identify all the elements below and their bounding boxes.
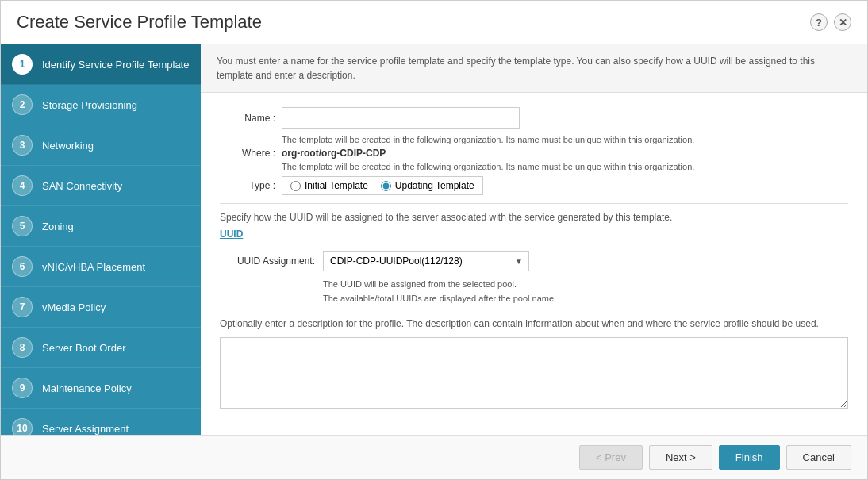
dialog-body: 1 Identify Service Profile Template 2 St…	[1, 44, 867, 435]
dialog-footer: < Prev Next > Finish Cancel	[1, 435, 867, 479]
template-type-group: Initial Template Updating Template	[282, 176, 483, 195]
form-area: Name : The template will be created in t…	[201, 93, 867, 435]
updating-template-radio[interactable]	[381, 181, 391, 191]
step-label-3: Networking	[42, 140, 94, 152]
initial-template-label: Initial Template	[305, 180, 368, 191]
dialog-header: Create Service Profile Template ? ✕	[1, 1, 867, 44]
sidebar-item-9[interactable]: 9 Maintenance Policy	[1, 368, 201, 409]
uuid-assign-label: UUID Assignment:	[220, 255, 315, 267]
step-number-5: 5	[12, 216, 33, 236]
sidebar-item-10[interactable]: 10 Server Assignment	[1, 409, 201, 435]
help-button[interactable]: ?	[810, 13, 828, 31]
sidebar-item-7[interactable]: 7 vMedia Policy	[1, 287, 201, 328]
sidebar-item-5[interactable]: 5 Zoning	[1, 206, 201, 247]
step-label-10: Server Assignment	[42, 423, 129, 435]
step-label-7: vMedia Policy	[42, 301, 106, 313]
initial-template-option[interactable]: Initial Template	[290, 180, 368, 191]
step-number-10: 10	[12, 418, 33, 435]
close-button[interactable]: ✕	[834, 13, 851, 31]
sidebar-item-8[interactable]: 8 Server Boot Order	[1, 328, 201, 368]
step-label-4: SAN Connectivity	[42, 180, 122, 192]
name-row: Name :	[220, 107, 848, 129]
step-number-9: 9	[12, 378, 33, 398]
step-number-6: 6	[12, 256, 33, 277]
step-label-6: vNIC/vHBA Placement	[42, 261, 145, 273]
step-label-5: Zoning	[42, 221, 74, 232]
where-label: Where :	[220, 148, 275, 159]
step-number-1: 1	[12, 54, 33, 75]
uuid-pool-hint1: The UUID will be assigned from the selec…	[323, 279, 517, 289]
sidebar-item-4[interactable]: 4 SAN Connectivity	[1, 166, 201, 206]
cancel-button[interactable]: Cancel	[786, 445, 851, 470]
sidebar-item-3[interactable]: 3 Networking	[1, 125, 201, 166]
step-number-7: 7	[12, 297, 33, 317]
name-input[interactable]	[282, 107, 520, 129]
step-number-2: 2	[12, 94, 33, 115]
uuid-pool-hint: The UUID will be assigned from the selec…	[323, 278, 848, 305]
sidebar-item-6[interactable]: 6 vNIC/vHBA Placement	[1, 247, 201, 287]
uuid-assign-row: UUID Assignment: CDIP-CDP-UUIDPool(112/1…	[220, 251, 848, 271]
dialog-title: Create Service Profile Template	[17, 12, 262, 33]
uuid-link[interactable]: UUID	[220, 228, 243, 240]
name-label: Name :	[220, 113, 275, 124]
uuid-assignment-select[interactable]: CDIP-CDP-UUIDPool(112/128)	[323, 251, 529, 271]
step-label-9: Maintenance Policy	[42, 382, 132, 394]
initial-template-radio[interactable]	[290, 181, 301, 191]
hint2: The template will be created in the foll…	[282, 162, 848, 171]
updating-template-label: Updating Template	[395, 180, 474, 191]
hint1: The template will be created in the foll…	[282, 135, 848, 144]
step-number-8: 8	[12, 337, 33, 358]
prev-button: < Prev	[579, 445, 643, 470]
description-textarea[interactable]	[220, 337, 848, 409]
description-hint: Optionally enter a description for the p…	[220, 317, 848, 331]
create-service-profile-dialog: Create Service Profile Template ? ✕ 1 Id…	[0, 0, 868, 480]
uuid-select-wrapper: CDIP-CDP-UUIDPool(112/128)	[323, 251, 529, 271]
info-banner: You must enter a name for the service pr…	[201, 44, 867, 93]
type-label: Type :	[220, 180, 275, 191]
step-label-8: Server Boot Order	[42, 342, 126, 354]
step-number-4: 4	[12, 175, 33, 196]
type-row: Type : Initial Template Updating Templat…	[220, 176, 848, 195]
next-button[interactable]: Next >	[649, 445, 712, 470]
sidebar-item-1[interactable]: 1 Identify Service Profile Template	[1, 44, 201, 85]
step-label-1: Identify Service Profile Template	[42, 59, 189, 71]
main-content: You must enter a name for the service pr…	[201, 44, 867, 435]
sidebar-item-2[interactable]: 2 Storage Provisioning	[1, 85, 201, 125]
sidebar: 1 Identify Service Profile Template 2 St…	[1, 44, 201, 435]
step-number-3: 3	[12, 135, 33, 156]
header-icons: ? ✕	[810, 13, 851, 31]
uuid-pool-hint2: The available/total UUIDs are displayed …	[323, 294, 556, 303]
uuid-section: Specify how the UUID will be assigned to…	[220, 203, 848, 305]
updating-template-option[interactable]: Updating Template	[381, 180, 474, 191]
where-row: Where : org-root/org-CDIP-CDP	[220, 148, 848, 159]
step-label-2: Storage Provisioning	[42, 99, 137, 111]
info-banner-text: You must enter a name for the service pr…	[217, 56, 815, 81]
where-value: org-root/org-CDIP-CDP	[282, 148, 386, 159]
finish-button[interactable]: Finish	[719, 445, 780, 470]
uuid-hint: Specify how the UUID will be assigned to…	[220, 212, 848, 223]
